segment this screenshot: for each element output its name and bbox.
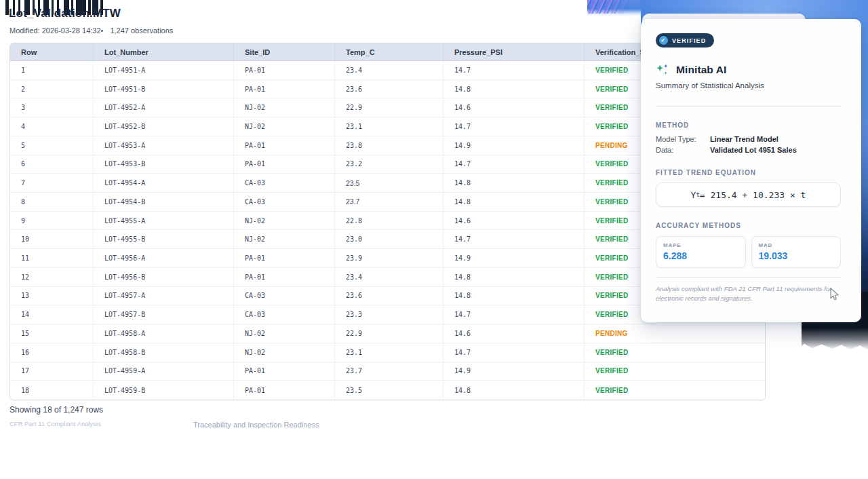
metric-mape-label: MAPE: [663, 242, 738, 248]
cell-pressure-psi: 14.6: [443, 324, 585, 343]
cell-lot-number: LOT-4956-B: [94, 268, 234, 286]
cell-site-id: CA-03: [234, 193, 335, 211]
cell-pressure-psi: 14.7: [443, 230, 585, 248]
cell-verification-status: PENDING: [585, 324, 765, 343]
cell-lot-number: LOT-4957-B: [94, 305, 234, 324]
column-header-site-id: Site_ID: [234, 43, 335, 60]
metric-mape-value: 6.288: [663, 250, 738, 261]
cell-temp-c: 23.7: [335, 193, 443, 211]
equation-rhs: = 215.4 + 10.233 × t: [700, 190, 806, 200]
cell-verification-status: VERIFIED: [585, 381, 765, 400]
cell-site-id: CA-03: [234, 305, 335, 324]
worksheet-title: Lot_Validation.MTW: [9, 7, 121, 20]
cell-site-id: PA-01: [234, 61, 335, 79]
divider: [656, 277, 841, 278]
cell-temp-c: 23.6: [335, 80, 443, 98]
cell-temp-c: 23.1: [335, 117, 443, 136]
worksheet-meta: Modified: 2026-03-28 14:32•1,247 observa…: [9, 26, 173, 35]
data-label: Data:: [656, 146, 710, 154]
cell-site-id: NJ-02: [234, 117, 335, 136]
cell-site-id: NJ-02: [234, 98, 335, 117]
model-type-label: Model Type:: [656, 135, 710, 143]
cell-lot-number: LOT-4959-A: [94, 362, 234, 381]
data-value: Validated Lot 4951 Sales: [710, 146, 797, 154]
cell-row-number: 14: [10, 305, 94, 324]
cell-temp-c: 23.2: [335, 155, 443, 174]
cell-pressure-psi: 14.8: [443, 287, 585, 305]
cell-row-number: 5: [10, 136, 94, 155]
metric-mad-value: 19.033: [759, 250, 834, 261]
column-header-lot-number: Lot_Number: [94, 43, 234, 60]
cell-row-number: 7: [10, 174, 94, 192]
cell-row-number: 13: [10, 287, 94, 305]
cell-pressure-psi: 14.8: [443, 381, 585, 400]
cell-row-number: 4: [10, 117, 94, 136]
cell-temp-c: 23.8: [335, 136, 443, 155]
compliance-label: CFR Part 11 Compliant Analysis: [9, 420, 101, 427]
column-header-temp-c: Temp_C: [335, 43, 443, 60]
cell-site-id: PA-01: [234, 155, 335, 174]
cell-site-id: CA-03: [234, 287, 335, 305]
table-row[interactable]: 16 LOT-4958-B NJ-02 23.1 14.7 VERIFIED: [10, 343, 765, 362]
model-type-value: Linear Trend Model: [710, 135, 778, 143]
cell-temp-c: 22.9: [335, 324, 443, 343]
minitab-ai-card: ✓ VERIFIED Minitab AI Summary of Statist…: [641, 19, 861, 322]
cell-row-number: 11: [10, 249, 94, 267]
cell-pressure-psi: 14.8: [443, 268, 585, 286]
cell-temp-c: 23.1: [335, 343, 443, 362]
cell-lot-number: LOT-4951-A: [94, 61, 234, 79]
equation-heading: FITTED TREND EQUATION: [656, 169, 841, 176]
cell-row-number: 16: [10, 343, 94, 362]
observation-count: 1,247 observations: [110, 26, 173, 35]
cell-temp-c: 23.9: [335, 249, 443, 267]
metric-mad: MAD 19.033: [751, 236, 842, 268]
cell-lot-number: LOT-4958-A: [94, 324, 234, 343]
cell-row-number: 2: [10, 80, 94, 98]
metric-mad-label: MAD: [759, 242, 834, 248]
cell-row-number: 12: [10, 268, 94, 286]
cell-site-id: PA-01: [234, 136, 335, 155]
table-row[interactable]: 15 LOT-4958-A NJ-02 22.9 14.6 PENDING: [10, 324, 765, 343]
cell-lot-number: LOT-4958-B: [94, 343, 234, 362]
modified-timestamp: Modified: 2026-03-28 14:32•: [9, 26, 103, 35]
sparkle-icon: [656, 62, 670, 77]
cell-row-number: 6: [10, 155, 94, 174]
cell-temp-c: 23.6: [335, 287, 443, 305]
cell-site-id: NJ-02: [234, 343, 335, 362]
cell-site-id: PA-01: [234, 362, 335, 381]
table-row[interactable]: 17 LOT-4959-A PA-01 23.7 14.9 VERIFIED: [10, 362, 765, 381]
verified-badge-label: VERIFIED: [672, 37, 706, 44]
cell-site-id: NJ-02: [234, 230, 335, 248]
cell-pressure-psi: 14.9: [443, 249, 585, 267]
cell-temp-c: 22.9: [335, 98, 443, 117]
compliance-note: Analysis compliant with FDA 21 CFR Part …: [656, 284, 841, 304]
cell-row-number: 15: [10, 324, 94, 343]
table-row[interactable]: 18 LOT-4959-B PA-01 23.5 14.8 VERIFIED: [10, 381, 765, 400]
cell-lot-number: LOT-4955-B: [94, 230, 234, 248]
cell-row-number: 8: [10, 193, 94, 211]
mouse-cursor-icon: [830, 288, 840, 301]
cell-lot-number: LOT-4955-A: [94, 212, 234, 230]
cell-temp-c: 23.5: [335, 174, 443, 192]
cell-row-number: 17: [10, 362, 94, 381]
column-header-row: Row: [10, 43, 94, 60]
cell-lot-number: LOT-4953-A: [94, 136, 234, 155]
cell-pressure-psi: 14.7: [443, 343, 585, 362]
check-circle-icon: ✓: [659, 36, 668, 45]
cell-temp-c: 23.3: [335, 305, 443, 324]
cell-pressure-psi: 14.9: [443, 136, 585, 155]
traceability-label: Traceability and Inspection Readiness: [193, 421, 319, 429]
cell-temp-c: 23.5: [335, 381, 443, 400]
cell-lot-number: LOT-4956-A: [94, 249, 234, 267]
verified-badge: ✓ VERIFIED: [656, 33, 714, 47]
cell-pressure-psi: 14.8: [443, 80, 585, 98]
metric-mape: MAPE 6.288: [656, 236, 746, 268]
cell-lot-number: LOT-4954-B: [94, 193, 234, 211]
equation-lhs: Y: [691, 190, 696, 200]
cell-lot-number: LOT-4952-A: [94, 98, 234, 117]
cell-site-id: PA-01: [234, 268, 335, 286]
cell-pressure-psi: 14.9: [443, 362, 585, 381]
column-header-pressure-psi: Pressure_PSI: [443, 43, 585, 60]
cell-temp-c: 23.0: [335, 230, 443, 248]
method-heading: METHOD: [656, 121, 841, 129]
